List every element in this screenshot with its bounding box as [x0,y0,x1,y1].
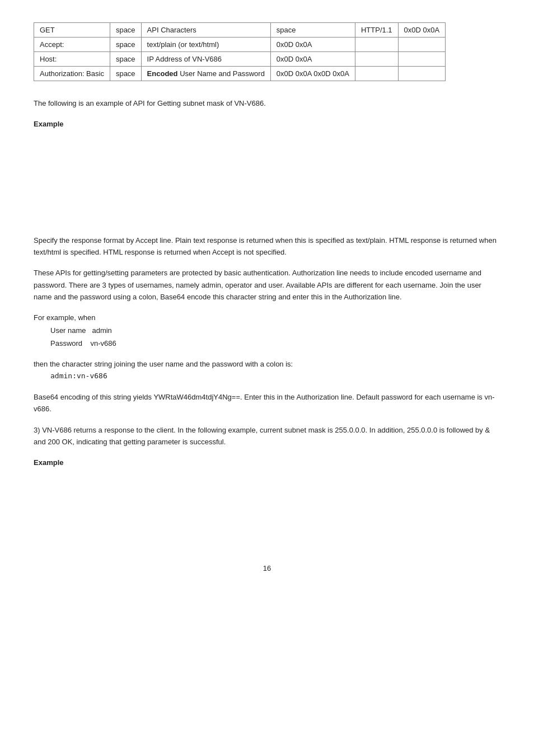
first-example-section: Example [34,119,500,226]
page-number: 16 [34,564,500,572]
row2-col5 [355,37,398,52]
para2-text: These APIs for getting/setting parameter… [34,267,500,303]
base64-block: Base64 encoding of this string yields YW… [34,391,500,415]
password-label: Password [50,339,82,348]
request-table: GET space API Characters space HTTP/1.1 … [34,22,446,81]
row3-col3: IP Address of VN-V686 [141,52,270,67]
table-row: Host: space IP Address of VN-V686 0x0D 0… [34,52,446,67]
para2-block: These APIs for getting/setting parameter… [34,267,500,303]
intro-paragraph: The following is an example of API for G… [34,98,500,110]
row4-col5 [355,67,398,81]
row3-col2: space [110,52,141,67]
row4-col6 [398,67,446,81]
encoded-bold: Encoded [147,69,178,78]
for-example-text: For example, when [34,312,500,324]
para1-block: Specify the response format by Accept li… [34,234,500,259]
intro-text: The following is an example of API for G… [34,98,500,110]
example-block-1 [34,136,500,226]
row1-col4: space [270,23,355,37]
table-row: GET space API Characters space HTTP/1.1 … [34,23,446,37]
response-block: 3) VN-V686 returns a response to the cli… [34,424,500,448]
row2-col4: 0x0D 0x0A [270,37,355,52]
example-label: Example [34,119,500,130]
response-text: 3) VN-V686 returns a response to the cli… [34,424,500,448]
second-example-section: Example [34,457,500,542]
row4-col3: Encoded User Name and Password [141,67,270,81]
credentials-block: User name admin Password vn-v686 [50,324,500,350]
row4-col1: Authorization: Basic [34,67,110,81]
password-value: vn-v686 [91,339,116,348]
row2-col6 [398,37,446,52]
example-for-example: For example, when User name admin Passwo… [34,312,500,350]
row1-col1: GET [34,23,110,37]
then-text: then the character string joining the us… [34,359,500,370]
row1-col5: HTTP/1.1 [355,23,398,37]
row1-col6: 0x0D 0x0A [398,23,446,37]
username-line: User name admin [50,324,500,337]
request-table-container: GET space API Characters space HTTP/1.1 … [34,22,500,81]
row3-col4: 0x0D 0x0A [270,52,355,67]
username-label: User name [50,326,86,335]
row2-col3: text/plain (or text/html) [141,37,270,52]
then-text-block: then the character string joining the us… [34,359,500,382]
row3-col6 [398,52,446,67]
code-string-line: admin:vn-v686 [50,370,500,382]
username-value: admin [92,326,111,335]
password-line: Password vn-v686 [50,337,500,350]
row3-col1: Host: [34,52,110,67]
row1-col3: API Characters [141,23,270,37]
row2-col1: Accept: [34,37,110,52]
row3-col5 [355,52,398,67]
para1-text: Specify the response format by Accept li… [34,234,500,259]
encoded-suffix: User Name and Password [178,69,265,78]
row2-col2: space [110,37,141,52]
base64-text: Base64 encoding of this string yields YW… [34,391,500,415]
table-row: Authorization: Basic space Encoded User … [34,67,446,81]
example-block-2 [34,475,500,542]
row4-col4: 0x0D 0x0A 0x0D 0x0A [270,67,355,81]
table-row: Accept: space text/plain (or text/html) … [34,37,446,52]
row4-col2: space [110,67,141,81]
row1-col2: space [110,23,141,37]
example-label-2: Example [34,457,500,469]
